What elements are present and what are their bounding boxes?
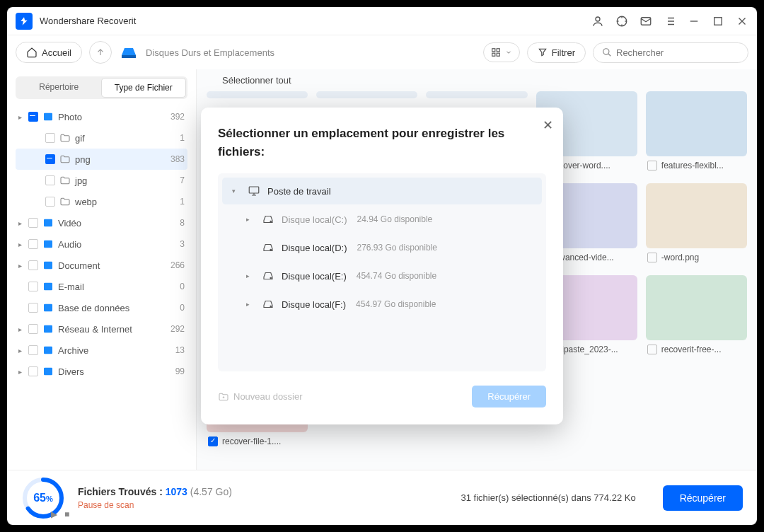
chevron-down-icon: ▾ [232, 187, 241, 195]
drive-name: Disque local(C:) [282, 214, 347, 225]
svg-point-25 [270, 306, 272, 307]
new-folder-icon [218, 391, 229, 403]
drive-item[interactable]: ▸Disque local(F:)454.97 Go disponible [222, 291, 542, 318]
modal-overlay: ✕ Sélectionner un emplacement pour enreg… [0, 0, 764, 532]
save-location-modal: ✕ Sélectionner un emplacement pour enreg… [201, 108, 563, 424]
drive-name: Disque local(E:) [282, 271, 347, 282]
drive-list: ▾ Poste de travail ▸Disque local(C:)24.9… [218, 173, 546, 371]
new-folder-label: Nouveau dossier [233, 391, 303, 403]
svg-rect-21 [249, 187, 259, 193]
svg-point-22 [270, 221, 272, 222]
drive-name: Disque local(D:) [282, 243, 347, 253]
drive-free: 454.74 Go disponible [357, 271, 436, 281]
svg-point-23 [270, 249, 272, 250]
modal-title: Sélectionner un emplacement pour enregis… [218, 125, 546, 161]
drive-free: 276.93 Go disponible [357, 243, 436, 253]
svg-point-24 [270, 277, 272, 279]
computer-icon [248, 185, 260, 197]
drive-free: 24.94 Go disponible [357, 214, 432, 224]
chevron-right-icon: ▸ [246, 272, 255, 279]
chevron-right-icon: ▸ [246, 301, 255, 308]
drive-free: 454.97 Go disponible [356, 299, 436, 309]
modal-recover-button[interactable]: Récupérer [472, 386, 546, 407]
drive-icon [262, 241, 274, 254]
drive-icon [262, 298, 274, 311]
drive-root-label: Poste de travail [267, 186, 331, 197]
drive-icon [262, 270, 274, 282]
new-folder-button[interactable]: Nouveau dossier [218, 391, 303, 403]
modal-close-icon[interactable]: ✕ [543, 117, 553, 133]
drive-item[interactable]: Disque local(D:)276.93 Go disponible [222, 234, 542, 261]
drive-icon [262, 213, 274, 226]
chevron-right-icon: ▸ [246, 216, 255, 223]
drive-item[interactable]: ▸Disque local(E:)454.74 Go disponible [222, 262, 542, 289]
drive-name: Disque local(F:) [282, 299, 346, 310]
drive-item[interactable]: ▸Disque local(C:)24.94 Go disponible [222, 206, 542, 233]
drive-root[interactable]: ▾ Poste de travail [222, 178, 542, 204]
